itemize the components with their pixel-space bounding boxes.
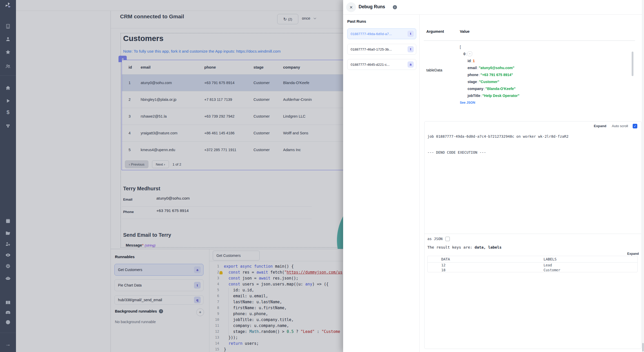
tree-row-email: email : "atuny0@sohu.com" — [460, 64, 519, 71]
tree-row-id: id : 1 — [460, 57, 519, 64]
tree-row-0: 0 : - — [460, 50, 519, 57]
expand-logs-link[interactable]: Expand — [594, 124, 606, 128]
tree-row-jobTitle: jobTitle : "Help Desk Operator" — [460, 92, 519, 99]
past-run-item[interactable]: 01887777-46a0-1725-3b...t — [347, 44, 416, 55]
drawer-scrollbar-thumb[interactable] — [642, 343, 644, 351]
past-run-item[interactable]: 01887777-49da-6d0d-a7...t — [347, 28, 416, 39]
expand-result-link[interactable]: Expand — [626, 252, 639, 256]
argument-name: tableData — [426, 68, 442, 72]
collapse-chip[interactable]: - — [468, 51, 472, 56]
drawer-title: Debug Runs — [359, 4, 385, 10]
run-badge: t — [408, 31, 414, 37]
log-line: job 01887777-49da-6d0d-a7c4-b7212732948c… — [427, 134, 569, 138]
result-summary: The result keys are: data, labels — [427, 245, 502, 249]
argument-value-tree: [0 : -id : 1email : "atuny0@sohu.com"pho… — [460, 43, 519, 106]
tree-row-company: company : "Blanda-O'Keefe" — [460, 85, 519, 92]
autoscroll-checkbox[interactable]: ✓ — [633, 124, 637, 128]
args-divider — [424, 40, 635, 41]
drawer-header: × Debug Runs i — [343, 0, 644, 15]
result-row: 12Lead — [428, 263, 637, 267]
info-icon[interactable]: i — [393, 5, 397, 9]
result-table: DATALABELS 12Lead18Customer — [427, 256, 638, 272]
drawer-scrollbar-track[interactable] — [642, 0, 644, 352]
value-header: Value — [460, 29, 470, 34]
run-badge: a — [408, 61, 414, 68]
argument-header: Argument — [426, 29, 444, 34]
result-col-data: DATA — [428, 257, 529, 261]
past-runs-title: Past Runs — [347, 19, 366, 23]
see-json-link[interactable]: See JSON — [460, 99, 519, 106]
as-json-label: as JSON — [427, 237, 443, 241]
result-col-labels: LABELS — [529, 257, 557, 261]
past-run-item[interactable]: 01887777-4645-d221-c...a — [347, 59, 416, 70]
column-divider — [419, 15, 420, 352]
value-scrollbar[interactable] — [632, 52, 633, 76]
tree-row-stage: stage : "Customer" — [460, 78, 519, 85]
run-badge: t — [408, 46, 414, 52]
close-icon[interactable]: × — [346, 2, 356, 12]
log-result-divider — [425, 234, 641, 234]
result-table-header: DATALABELS — [428, 256, 637, 263]
log-line: --- DENO CODE EXECUTION --- — [427, 150, 486, 154]
tree-row-phone: phone : "+63 791 675 8914" — [460, 71, 519, 78]
as-json-checkbox[interactable] — [445, 237, 450, 241]
autoscroll-label: Auto scroll — [612, 124, 628, 128]
debug-runs-drawer: × Debug Runs i Past Runs Argument Value … — [343, 0, 644, 352]
modal-overlay[interactable] — [0, 0, 343, 352]
job-log-panel — [424, 121, 641, 349]
result-row: 18Customer — [428, 267, 637, 272]
